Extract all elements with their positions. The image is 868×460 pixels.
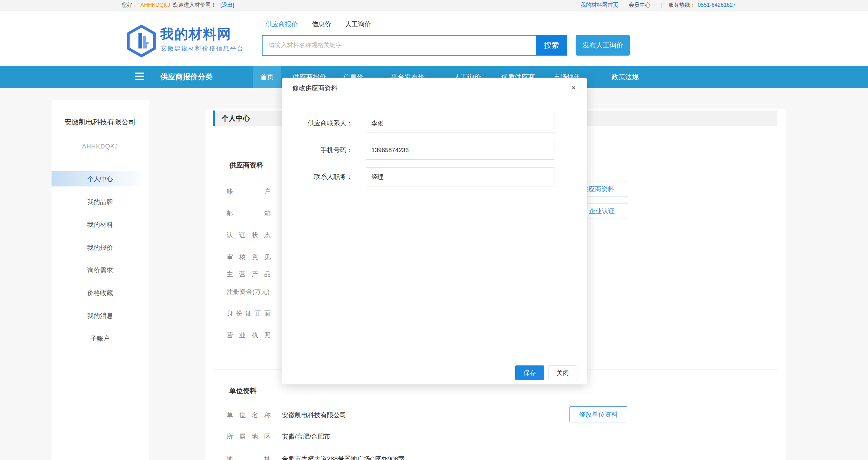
sidebar-item-price-favorites[interactable]: 价格收藏 <box>52 285 149 301</box>
sidebar-item-inquiry-demand[interactable]: 询价需求 <box>52 263 149 278</box>
top-utility-bar: 您好，AHHKDQKJ欢迎进入材价网！ [退出] 我的材料网首页 会员中心 | … <box>0 0 868 11</box>
label-address: 地址 <box>227 455 271 460</box>
sidebar-item-my-brands[interactable]: 我的品牌 <box>52 194 149 209</box>
site-header: 我的材料网 安徽建设材料价格信息平台 供应商报价 信息价 人工询价 搜索 发布人… <box>0 11 868 66</box>
phone-row: 手机号码： <box>282 141 587 160</box>
sidebar-item-personal-center[interactable]: 个人中心 <box>52 171 149 186</box>
sidebar-item-my-messages[interactable]: 我的消息 <box>52 308 149 323</box>
label-review-comment: 审核意见 <box>227 253 271 262</box>
label-registered-capital: 注册资金(万元) <box>227 287 277 296</box>
value-region: 安徽/合肥/合肥市 <box>282 432 331 441</box>
title-accent-bar <box>213 111 215 126</box>
topbar-username: AHHKDQKJ <box>140 2 170 8</box>
sidebar-company-name: 安徽凯电科技有限公司 <box>52 117 149 127</box>
sidebar-username: AHHKDQKJ <box>52 143 149 150</box>
contact-name-row: 供应商联系人： <box>282 114 587 133</box>
modal-header: 修改供应商资料 × <box>282 78 587 98</box>
search-button[interactable]: 搜索 <box>536 35 567 56</box>
greeting-suffix: 欢迎进入材价网！ <box>173 2 216 8</box>
label-main-products: 主营产品 <box>227 270 271 279</box>
modal-title: 修改供应商资料 <box>292 78 337 98</box>
site-logo-subtitle: 安徽建设材料价格信息平台 <box>160 44 244 53</box>
close-button[interactable]: 关闭 <box>548 365 577 380</box>
site-logo-icon <box>127 24 156 58</box>
unit-info-section-title: 单位资料 <box>229 386 256 396</box>
category-menu-title[interactable]: 供应商报价分类 <box>160 66 213 88</box>
value-address: 合肥市香樟大道288号置地广场C座办906室 <box>282 455 405 460</box>
tab-supplier-quote[interactable]: 供应商报价 <box>266 21 298 28</box>
edit-supplier-modal: 修改供应商资料 × 供应商联系人： 手机号码： 联系人职务： 保存 关闭 <box>282 78 587 384</box>
supplier-info-section-title: 供应商资料 <box>229 161 263 170</box>
phone-input[interactable] <box>366 141 555 160</box>
topbar-divider: | <box>661 2 662 8</box>
job-title-row: 联系人职务： <box>282 167 587 186</box>
hamburger-menu-icon[interactable] <box>135 73 144 81</box>
label-email: 邮箱 <box>227 209 271 218</box>
job-title-input[interactable] <box>366 167 555 186</box>
contact-name-label: 供应商联系人： <box>285 114 353 133</box>
logout-link[interactable]: [退出] <box>220 2 234 8</box>
tab-info-price[interactable]: 信息价 <box>312 21 331 28</box>
close-icon[interactable]: × <box>571 83 576 93</box>
search-scope-tabs: 供应商报价 信息价 人工询价 <box>266 20 383 29</box>
edit-unit-info-button[interactable]: 修改单位资料 <box>570 406 627 422</box>
site-logo-title: 我的材料网 <box>160 25 231 43</box>
nav-item-policies[interactable]: 政策法规 <box>604 66 646 88</box>
member-center-link[interactable]: 会员中心 <box>629 2 650 8</box>
save-button[interactable]: 保存 <box>515 365 544 380</box>
nav-item-home[interactable]: 首页 <box>253 66 281 88</box>
tab-manual-inquiry[interactable]: 人工询价 <box>345 21 371 28</box>
greeting-prefix: 您好， <box>121 2 138 8</box>
value-unit-name: 安徽凯电科技有限公司 <box>282 411 346 420</box>
hotline-label: 服务热线： <box>668 2 695 8</box>
sidebar-item-my-quotes[interactable]: 我的报价 <box>52 240 149 255</box>
sidebar-item-my-materials[interactable]: 我的材料 <box>52 217 149 232</box>
page-title: 个人中心 <box>221 111 250 126</box>
job-title-label: 联系人职务： <box>285 167 353 186</box>
account-sidebar: 安徽凯电科技有限公司 AHHKDQKJ 个人中心 我的品牌 我的材料 我的报价 … <box>52 100 149 460</box>
label-cert-status: 认证状态 <box>227 231 271 240</box>
phone-label: 手机号码： <box>285 141 353 160</box>
publish-inquiry-button[interactable]: 发布人工询价 <box>576 35 630 56</box>
site-home-link[interactable]: 我的材料网首页 <box>580 2 618 8</box>
search-input[interactable] <box>262 35 537 56</box>
contact-name-input[interactable] <box>366 114 555 133</box>
hotline-number: 0551-64261627 <box>698 2 736 8</box>
sidebar-item-sub-accounts[interactable]: 子账户 <box>52 331 149 346</box>
label-business-license: 营业执照 <box>227 331 271 340</box>
label-unit-name: 单位名称 <box>227 411 271 420</box>
label-region: 所属地区 <box>227 432 271 441</box>
label-account: 账户 <box>227 187 271 196</box>
label-id-card-front: 身份证正面 <box>227 309 271 318</box>
